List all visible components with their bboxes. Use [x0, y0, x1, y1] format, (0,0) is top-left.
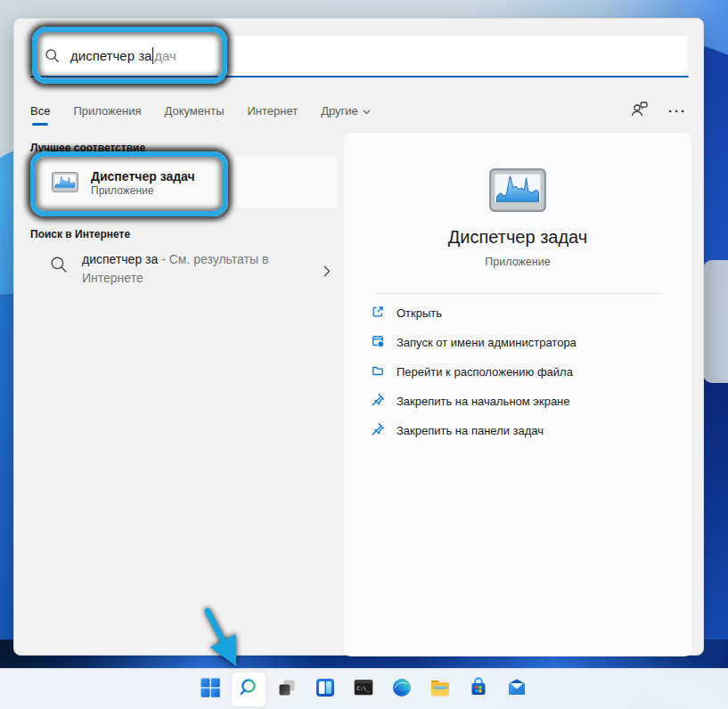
store-button[interactable]	[461, 672, 496, 707]
tab-all[interactable]: Все	[30, 104, 50, 118]
task-view-button[interactable]	[269, 672, 305, 707]
task-manager-icon-large	[489, 168, 546, 216]
action-open-file-location[interactable]: Перейти к расположению файла	[371, 357, 674, 387]
taskbar-items: C:\_	[192, 672, 535, 707]
divider	[375, 293, 660, 294]
preview-subtitle: Приложение	[344, 256, 691, 268]
chevron-right-icon[interactable]	[323, 265, 331, 281]
web-search-section-label: Поиск в Интернете	[30, 228, 130, 240]
pin-icon	[371, 422, 385, 440]
tab-documents[interactable]: Документы	[164, 104, 224, 118]
start-icon	[199, 676, 222, 703]
action-run-as-admin[interactable]: Запуск от имени администратора	[371, 328, 674, 357]
action-open[interactable]: Открыть	[371, 298, 674, 328]
terminal-prompt-text: C:\_	[356, 685, 370, 692]
edge-icon	[390, 676, 413, 703]
widgets-button[interactable]	[307, 672, 343, 707]
open-icon	[371, 305, 385, 322]
header-icons: ···	[630, 95, 687, 126]
action-list: Открыть Запуск от имени администратора	[371, 298, 674, 445]
mail-button[interactable]	[499, 672, 535, 707]
annotation-best-match	[30, 151, 228, 216]
tab-more[interactable]: Другие	[321, 104, 371, 118]
action-pin-to-taskbar[interactable]: Закрепить на панели задач	[371, 416, 674, 445]
account-icon[interactable]	[630, 101, 649, 121]
web-search-result[interactable]: диспетчер за - См. результаты в Интернет…	[30, 249, 338, 306]
web-search-text: диспетчер за - См. результаты в Интернет…	[82, 250, 275, 288]
search-tabs: Все Приложения Документы Интернет Другие	[30, 95, 687, 126]
web-search-query: диспетчер за	[82, 252, 158, 266]
start-button[interactable]	[192, 672, 228, 707]
annotation-search-box	[32, 27, 227, 84]
run-as-admin-icon	[371, 334, 385, 352]
widgets-icon	[314, 676, 337, 703]
tab-web[interactable]: Интернет	[247, 104, 298, 118]
search-flyout-panel: диспетчер задач Все Приложения Документы…	[13, 18, 704, 656]
terminal-icon: C:\_	[352, 676, 375, 703]
desktop: диспетчер задач Все Приложения Документы…	[0, 0, 728, 709]
preview-title: Диспетчер задач	[344, 227, 691, 248]
pin-icon	[371, 393, 385, 411]
action-pin-to-start[interactable]: Закрепить на начальном экране	[371, 387, 674, 416]
search-icon	[50, 256, 68, 277]
mail-icon	[505, 676, 528, 703]
wallpaper-patch	[703, 260, 728, 383]
file-explorer-icon	[429, 676, 452, 703]
search-button[interactable]	[231, 672, 266, 707]
active-tab-underline	[32, 123, 48, 126]
terminal-button[interactable]: C:\_	[346, 672, 381, 707]
file-explorer-button[interactable]	[422, 672, 458, 707]
tab-apps[interactable]: Приложения	[73, 104, 141, 118]
more-options-icon[interactable]: ···	[668, 103, 687, 118]
chevron-down-icon	[363, 104, 371, 118]
taskbar: C:\_	[0, 668, 728, 709]
edge-button[interactable]	[384, 672, 420, 707]
folder-icon	[371, 363, 385, 381]
task-view-icon	[275, 676, 299, 703]
store-icon	[467, 676, 490, 703]
search-icon	[238, 677, 259, 702]
preview-pane: Диспетчер задач Приложение Открыть	[344, 133, 691, 656]
